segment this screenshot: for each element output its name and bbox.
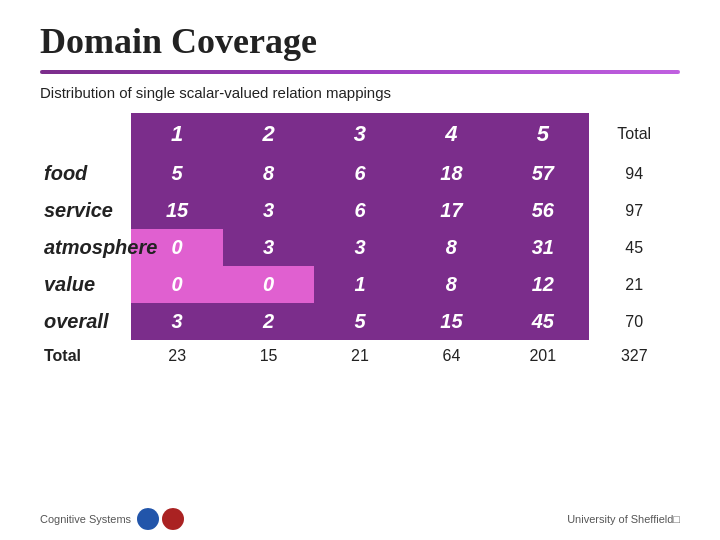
row-cell: 56 xyxy=(497,192,588,229)
row-total: 45 xyxy=(589,229,680,266)
row-cell: 3 xyxy=(131,303,222,340)
page-title: Domain Coverage xyxy=(40,20,680,62)
header-col5: 5 xyxy=(497,113,588,155)
row-cell: 15 xyxy=(131,192,222,229)
row-label: value xyxy=(40,266,131,303)
row-cell: 12 xyxy=(497,266,588,303)
page: Domain Coverage Distribution of single s… xyxy=(0,0,720,540)
row-label: service xyxy=(40,192,131,229)
footer: Cognitive Systems University of Sheffiel… xyxy=(40,500,680,530)
logo-1 xyxy=(137,508,159,530)
row-cell: 8 xyxy=(406,229,497,266)
row-label: atmosphere xyxy=(40,229,131,266)
footer-left-text: Cognitive Systems xyxy=(40,513,131,525)
row-total: 97 xyxy=(589,192,680,229)
total-cell: 327 xyxy=(589,340,680,372)
total-cell: 64 xyxy=(406,340,497,372)
total-cell: 23 xyxy=(131,340,222,372)
row-cell: 2 xyxy=(223,303,314,340)
total-cell: 201 xyxy=(497,340,588,372)
row-cell: 15 xyxy=(406,303,497,340)
total-cell: 15 xyxy=(223,340,314,372)
table-header-row: 1 2 3 4 5 Total xyxy=(40,113,680,155)
row-total: 70 xyxy=(589,303,680,340)
row-total: 94 xyxy=(589,155,680,192)
subtitle: Distribution of single scalar-valued rel… xyxy=(40,84,680,101)
row-cell: 18 xyxy=(406,155,497,192)
footer-left: Cognitive Systems xyxy=(40,508,184,530)
row-cell: 17 xyxy=(406,192,497,229)
row-cell: 6 xyxy=(314,192,405,229)
logos xyxy=(137,508,184,530)
row-cell: 3 xyxy=(314,229,405,266)
row-cell: 8 xyxy=(406,266,497,303)
row-total: 21 xyxy=(589,266,680,303)
header-col3: 3 xyxy=(314,113,405,155)
header-col0 xyxy=(40,113,131,155)
row-cell: 0 xyxy=(223,266,314,303)
header-col1: 1 xyxy=(131,113,222,155)
row-cell: 5 xyxy=(131,155,222,192)
header-total: Total xyxy=(589,113,680,155)
data-table: 1 2 3 4 5 Total food586185794service1536… xyxy=(40,113,680,372)
footer-right-text: University of Sheffield□ xyxy=(567,513,680,525)
row-cell: 45 xyxy=(497,303,588,340)
row-cell: 3 xyxy=(223,229,314,266)
row-cell: 5 xyxy=(314,303,405,340)
table-row: value00181221 xyxy=(40,266,680,303)
row-cell: 57 xyxy=(497,155,588,192)
logo-2 xyxy=(162,508,184,530)
total-row: Total23152164201327 xyxy=(40,340,680,372)
table-row: atmosphere03383145 xyxy=(40,229,680,266)
total-label: Total xyxy=(40,340,131,372)
footer-right: University of Sheffield□ xyxy=(567,513,680,525)
header-col2: 2 xyxy=(223,113,314,155)
row-cell: 0 xyxy=(131,266,222,303)
total-cell: 21 xyxy=(314,340,405,372)
header-col4: 4 xyxy=(406,113,497,155)
row-cell: 3 xyxy=(223,192,314,229)
row-cell: 6 xyxy=(314,155,405,192)
row-cell: 1 xyxy=(314,266,405,303)
table-row: overall325154570 xyxy=(40,303,680,340)
row-cell: 8 xyxy=(223,155,314,192)
row-label: food xyxy=(40,155,131,192)
table-row: food586185794 xyxy=(40,155,680,192)
row-cell: 31 xyxy=(497,229,588,266)
table-row: service1536175697 xyxy=(40,192,680,229)
decorative-line xyxy=(40,70,680,74)
row-label: overall xyxy=(40,303,131,340)
